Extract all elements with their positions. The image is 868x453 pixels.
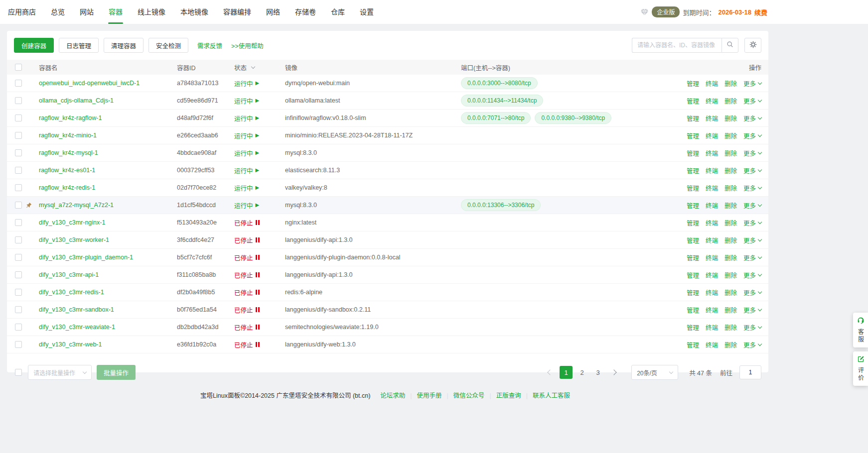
action-terminal-link[interactable]: 终端 (706, 288, 718, 297)
footer-link[interactable]: 使用手册 (417, 392, 442, 399)
container-name-link[interactable]: dify_v130_c3mr-sandbox-1 (39, 306, 114, 313)
action-delete-link[interactable]: 删除 (724, 166, 737, 175)
row-checkbox[interactable] (15, 132, 22, 139)
status-label[interactable]: 运行中 (234, 96, 253, 106)
status-label[interactable]: 已停止 (234, 235, 253, 245)
container-name-link[interactable]: dify_v130_c3mr-worker-1 (39, 236, 109, 243)
row-checkbox[interactable] (15, 184, 22, 191)
action-more-dropdown[interactable]: 更多 (743, 323, 761, 332)
batch-action-select[interactable]: 请选择批量操作 (28, 365, 92, 380)
container-name-link[interactable]: dify_v130_c3mr-web-1 (39, 341, 102, 348)
row-checkbox[interactable] (15, 202, 22, 209)
container-name-link[interactable]: ragflow_kr4z-es01-1 (39, 167, 95, 174)
table-row[interactable]: ollama_cdjs-ollama_Cdjs-1cd59ee86d971运行中… (7, 92, 768, 110)
status-label[interactable]: 已停止 (234, 323, 253, 332)
container-name-link[interactable]: openwebui_iwcd-openwebui_iwcD-1 (39, 80, 140, 87)
status-label[interactable]: 运行中 (234, 113, 253, 123)
container-name-link[interactable]: ollama_cdjs-ollama_Cdjs-1 (39, 97, 114, 104)
action-more-dropdown[interactable]: 更多 (743, 183, 761, 193)
nav-tab[interactable]: 总览 (51, 0, 65, 24)
status-label[interactable]: 运行中 (234, 131, 253, 140)
action-terminal-link[interactable]: 终端 (706, 253, 718, 262)
action-delete-link[interactable]: 删除 (724, 305, 737, 315)
action-manage-link[interactable]: 管理 (687, 218, 699, 227)
table-row[interactable]: ragflow_kr4z-mysql-14bbdcae908af运行中▶mysq… (7, 144, 768, 162)
row-checkbox[interactable] (15, 97, 22, 104)
nav-tab[interactable]: 本地镜像 (180, 0, 208, 24)
action-more-dropdown[interactable]: 更多 (743, 131, 761, 140)
table-row[interactable]: dify_v130_c3mr-sandbox-1b0f765ed1a54已停止l… (7, 301, 768, 319)
table-row[interactable]: ragflow_kr4z-minio-1e266ced3aab6运行中▶mini… (7, 127, 768, 144)
nav-tab[interactable]: 容器编排 (223, 0, 251, 24)
table-row[interactable]: dify_v130_c3mr-redis-1df2b0a49f8b5已停止red… (7, 284, 768, 301)
action-more-dropdown[interactable]: 更多 (743, 201, 761, 210)
row-checkbox[interactable] (15, 149, 22, 156)
action-more-dropdown[interactable]: 更多 (743, 218, 761, 227)
action-manage-link[interactable]: 管理 (687, 288, 699, 297)
security-check-button[interactable]: 安全检测 (148, 38, 188, 53)
nav-tab[interactable]: 网站 (80, 0, 94, 24)
container-name-link[interactable]: ragflow_kr4z-mysql-1 (39, 149, 98, 156)
help-link[interactable]: >>使用帮助 (231, 41, 264, 50)
action-terminal-link[interactable]: 终端 (706, 235, 718, 245)
action-more-dropdown[interactable]: 更多 (743, 79, 761, 88)
action-manage-link[interactable]: 管理 (687, 148, 699, 158)
table-row[interactable]: dify_v130_c3mr-nginx-1f5130493a20e已停止ngi… (7, 214, 768, 231)
action-terminal-link[interactable]: 终端 (706, 166, 718, 175)
action-manage-link[interactable]: 管理 (687, 235, 699, 245)
action-more-dropdown[interactable]: 更多 (743, 288, 761, 297)
page-button[interactable]: 1 (560, 366, 573, 379)
nav-tab[interactable]: 应用商店 (8, 0, 36, 24)
status-label[interactable]: 运行中 (234, 166, 253, 175)
status-label[interactable]: 运行中 (234, 201, 253, 210)
table-row[interactable]: dify_v130_c3mr-web-1e36fd1b92c0a已停止langg… (7, 336, 768, 353)
action-delete-link[interactable]: 删除 (724, 131, 737, 140)
port-mapping-badge[interactable]: 0.0.0.0:9380-->9380/tcp (535, 112, 611, 124)
row-checkbox[interactable] (15, 306, 22, 313)
status-label[interactable]: 已停止 (234, 253, 253, 262)
nav-tab[interactable]: 线上镜像 (138, 0, 165, 24)
table-row[interactable]: dify_v130_c3mr-api-1f311c085ba8b已停止langg… (7, 266, 768, 284)
action-manage-link[interactable]: 管理 (687, 79, 699, 88)
select-all-checkbox[interactable] (15, 64, 22, 71)
row-checkbox[interactable] (15, 80, 22, 87)
row-checkbox[interactable] (15, 219, 22, 226)
container-name-link[interactable]: ragflow_kr4z-ragflow-1 (39, 114, 102, 121)
action-terminal-link[interactable]: 终端 (706, 79, 718, 88)
status-label[interactable]: 运行中 (234, 148, 253, 158)
action-manage-link[interactable]: 管理 (687, 131, 699, 140)
status-label[interactable]: 运行中 (234, 183, 253, 193)
action-manage-link[interactable]: 管理 (687, 183, 699, 193)
action-manage-link[interactable]: 管理 (687, 253, 699, 262)
row-checkbox[interactable] (15, 341, 22, 348)
action-delete-link[interactable]: 删除 (724, 253, 737, 262)
renew-link[interactable]: 续费 (754, 7, 767, 17)
clean-container-button[interactable]: 清理容器 (104, 38, 144, 53)
table-row[interactable]: openwebui_iwcd-openwebui_iwcD-1a78483a71… (7, 75, 768, 92)
action-delete-link[interactable]: 删除 (724, 183, 737, 193)
action-delete-link[interactable]: 删除 (724, 288, 737, 297)
batch-select-all-checkbox[interactable] (15, 369, 22, 376)
action-manage-link[interactable]: 管理 (687, 201, 699, 210)
nav-tab[interactable]: 容器 (109, 0, 123, 24)
container-name-link[interactable]: dify_v130_c3mr-plugin_daemon-1 (39, 254, 133, 261)
row-checkbox[interactable] (15, 236, 22, 243)
page-button[interactable]: 2 (576, 366, 588, 379)
action-manage-link[interactable]: 管理 (687, 113, 699, 123)
footer-link[interactable]: 论坛求助 (380, 392, 405, 399)
action-more-dropdown[interactable]: 更多 (743, 305, 761, 315)
action-manage-link[interactable]: 管理 (687, 270, 699, 280)
action-delete-link[interactable]: 删除 (724, 79, 737, 88)
next-page-button[interactable] (607, 366, 620, 379)
action-delete-link[interactable]: 删除 (724, 113, 737, 123)
container-name-link[interactable]: dify_v130_c3mr-nginx-1 (39, 219, 105, 226)
action-terminal-link[interactable]: 终端 (706, 323, 718, 332)
row-checkbox[interactable] (15, 254, 22, 261)
action-manage-link[interactable]: 管理 (687, 96, 699, 106)
container-name-link[interactable]: dify_v130_c3mr-api-1 (39, 271, 99, 278)
action-more-dropdown[interactable]: 更多 (743, 166, 761, 175)
footer-link[interactable]: 微信公众号 (453, 392, 485, 399)
action-delete-link[interactable]: 删除 (724, 218, 737, 227)
status-label[interactable]: 已停止 (234, 218, 253, 227)
action-more-dropdown[interactable]: 更多 (743, 235, 761, 245)
